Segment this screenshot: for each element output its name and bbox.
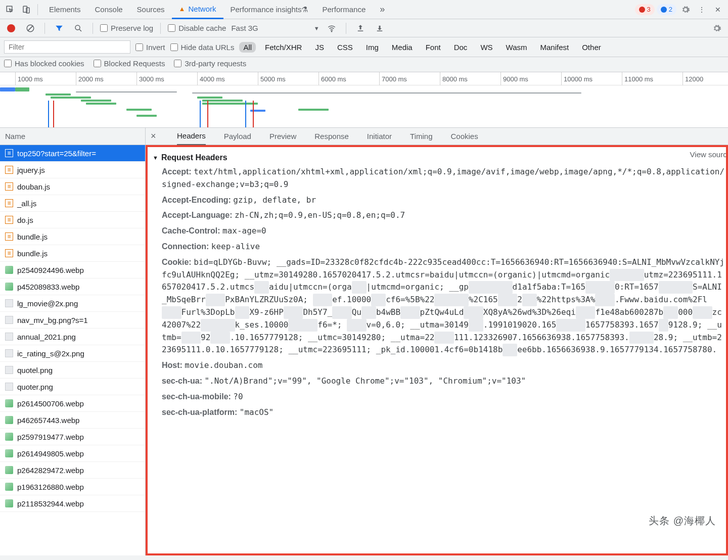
redacted: ██████ bbox=[585, 281, 615, 294]
header-row: Accept-Encoding: gzip, deflate, br bbox=[153, 193, 726, 208]
detail-tab-cookies[interactable]: Cookies bbox=[450, 128, 478, 145]
type-filter-font[interactable]: Font bbox=[422, 42, 445, 53]
redacted: ███ bbox=[361, 306, 376, 319]
list-item[interactable]: nav_mv_bg.png?s=1 bbox=[0, 312, 145, 329]
list-item[interactable]: lg_movie@2x.png bbox=[0, 295, 145, 312]
separator bbox=[37, 4, 38, 15]
list-item[interactable]: ≡bundle.js bbox=[0, 228, 145, 245]
list-item[interactable]: p452089833.webp bbox=[0, 278, 145, 295]
png-file-icon bbox=[5, 349, 13, 357]
kebab-icon[interactable]: ⋮ bbox=[695, 3, 709, 17]
error-badge[interactable]: 3 bbox=[635, 4, 655, 15]
png-file-icon bbox=[5, 366, 13, 374]
tab-performance-insights[interactable]: Performance insights ⚗ bbox=[223, 0, 315, 19]
search-icon[interactable] bbox=[71, 21, 85, 35]
list-item[interactable]: ≡_all.js bbox=[0, 195, 145, 212]
type-filter-img[interactable]: Img bbox=[362, 42, 383, 53]
list-item[interactable]: p2642829472.webp bbox=[0, 462, 145, 479]
list-item[interactable]: ic_rating_s@2x.png bbox=[0, 345, 145, 362]
blocked-requests-checkbox[interactable]: Blocked Requests bbox=[94, 59, 165, 68]
type-filters: AllFetch/XHRJSCSSImgMediaFontDocWSWasmMa… bbox=[239, 42, 605, 53]
more-tabs-icon[interactable]: » bbox=[375, 4, 390, 15]
redacted: ████ bbox=[162, 306, 181, 319]
network-toolbar: Preserve log Disable cache Fast 3G ▼ bbox=[0, 19, 728, 37]
detail-tab-headers[interactable]: Headers bbox=[177, 128, 206, 145]
list-item[interactable]: p1963126880.webp bbox=[0, 479, 145, 495]
list-item[interactable]: ≡jquery.js bbox=[0, 162, 145, 178]
filter-input[interactable] bbox=[4, 40, 130, 54]
timeline-bars bbox=[0, 87, 728, 127]
list-item[interactable]: p2118532944.webp bbox=[0, 495, 145, 512]
download-icon[interactable] bbox=[373, 21, 387, 35]
requests-list[interactable]: ≡top250?start=25&filter=≡jquery.js≡douba… bbox=[0, 145, 145, 555]
type-filter-css[interactable]: CSS bbox=[333, 42, 357, 53]
wifi-icon[interactable] bbox=[325, 21, 339, 35]
list-item[interactable]: p462657443.webp bbox=[0, 412, 145, 429]
list-item[interactable]: ≡bundle.js bbox=[0, 245, 145, 262]
tab-console[interactable]: Console bbox=[88, 0, 130, 19]
third-party-checkbox[interactable]: 3rd-party requests bbox=[174, 59, 246, 68]
detail-tab-initiator[interactable]: Initiator bbox=[367, 128, 392, 145]
hide-data-urls-checkbox[interactable]: Hide data URLs bbox=[170, 43, 235, 52]
file-name: p2118532944.webp bbox=[17, 499, 84, 508]
close-icon[interactable]: ✕ bbox=[711, 3, 725, 17]
chevron-down-icon[interactable]: ▼ bbox=[314, 25, 320, 31]
type-filter-media[interactable]: Media bbox=[388, 42, 417, 53]
close-details-icon[interactable]: × bbox=[151, 131, 163, 142]
file-name: p2642829472.webp bbox=[17, 466, 84, 475]
list-item[interactable]: p2540924496.webp bbox=[0, 262, 145, 278]
gear-icon[interactable] bbox=[678, 3, 693, 17]
tab-elements[interactable]: Elements bbox=[42, 0, 88, 19]
list-item[interactable]: p2614500706.webp bbox=[0, 395, 145, 412]
clear-icon[interactable] bbox=[23, 21, 37, 35]
type-filter-manifest[interactable]: Manifest bbox=[536, 42, 573, 53]
request-headers-section[interactable]: ▼ Request Headers bbox=[153, 151, 726, 164]
timeline-ruler: 1000 ms2000 ms3000 ms4000 ms5000 ms6000 … bbox=[0, 72, 728, 85]
upload-icon[interactable] bbox=[353, 21, 368, 35]
device-toggle-icon[interactable] bbox=[19, 3, 33, 17]
type-filter-fetchxhr[interactable]: Fetch/XHR bbox=[261, 42, 306, 53]
redacted: █████ bbox=[629, 332, 654, 344]
detail-tab-response[interactable]: Response bbox=[314, 128, 349, 145]
detail-tab-timing[interactable]: Timing bbox=[410, 128, 432, 145]
view-source-link[interactable]: View source bbox=[690, 150, 728, 159]
invert-checkbox[interactable]: Invert bbox=[135, 43, 165, 52]
type-filter-doc[interactable]: Doc bbox=[450, 42, 472, 53]
timeline-overview[interactable]: 1000 ms2000 ms3000 ms4000 ms5000 ms6000 … bbox=[0, 72, 728, 128]
preserve-log-checkbox[interactable]: Preserve log bbox=[100, 24, 153, 32]
tab-network[interactable]: ▲Network bbox=[172, 0, 223, 19]
redacted: ███████ bbox=[434, 294, 468, 306]
list-item[interactable]: quoter.png bbox=[0, 379, 145, 395]
list-item[interactable]: annual_2021.png bbox=[0, 329, 145, 345]
type-filter-all[interactable]: All bbox=[239, 42, 256, 53]
list-item[interactable]: ≡douban.js bbox=[0, 178, 145, 195]
list-item[interactable]: ≡top250?start=25&filter= bbox=[0, 145, 145, 162]
warning-badge[interactable]: 2 bbox=[657, 4, 676, 15]
blocked-requests-label: Blocked Requests bbox=[104, 59, 165, 68]
redacted: ███████ bbox=[610, 269, 644, 282]
disable-cache-checkbox[interactable]: Disable cache bbox=[168, 24, 226, 32]
inspect-icon[interactable] bbox=[3, 3, 17, 17]
tab-sources[interactable]: Sources bbox=[130, 0, 172, 19]
detail-tab-preview[interactable]: Preview bbox=[269, 128, 296, 145]
filter-toggle-icon[interactable] bbox=[52, 21, 66, 35]
list-item[interactable]: p2597919477.webp bbox=[0, 429, 145, 445]
filter-row-2: Has blocked cookies Blocked Requests 3rd… bbox=[0, 57, 728, 72]
type-filter-wasm[interactable]: Wasm bbox=[502, 42, 531, 53]
tab-performance[interactable]: Performance bbox=[315, 0, 373, 19]
img-file-icon bbox=[5, 449, 13, 457]
list-item[interactable]: quotel.png bbox=[0, 362, 145, 379]
name-column-header[interactable]: Name bbox=[0, 128, 145, 145]
list-item[interactable]: ≡do.js bbox=[0, 212, 145, 228]
gear-icon[interactable] bbox=[710, 21, 724, 35]
throttle-select[interactable]: Fast 3G bbox=[231, 24, 258, 32]
png-file-icon bbox=[5, 299, 13, 307]
list-item[interactable]: p2614949805.webp bbox=[0, 445, 145, 462]
blocked-cookies-checkbox[interactable]: Has blocked cookies bbox=[4, 59, 84, 68]
warning-count: 2 bbox=[669, 6, 672, 13]
type-filter-js[interactable]: JS bbox=[311, 42, 328, 53]
type-filter-other[interactable]: Other bbox=[578, 42, 605, 53]
detail-tab-payload[interactable]: Payload bbox=[224, 128, 251, 145]
record-button[interactable] bbox=[4, 21, 18, 35]
type-filter-ws[interactable]: WS bbox=[476, 42, 496, 53]
